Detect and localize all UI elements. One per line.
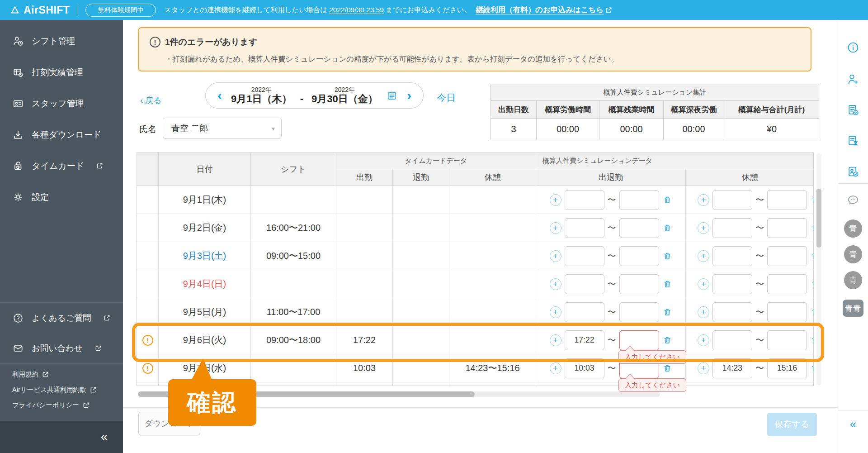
sim-break-start-input[interactable] — [712, 246, 752, 266]
legal-link[interactable]: プライバシーポリシー — [12, 401, 123, 410]
sim-start-input[interactable] — [565, 274, 604, 294]
add-person-icon[interactable] — [846, 72, 860, 86]
brand-divider — [77, 5, 77, 15]
staff-avatar[interactable]: 青 — [844, 245, 862, 263]
add-break-button[interactable]: + — [698, 306, 709, 318]
add-time-button[interactable]: + — [550, 306, 561, 318]
trash-icon[interactable] — [810, 223, 814, 233]
sim-break-end-input[interactable] — [767, 330, 807, 350]
sim-inout-cell: + 〜 — [536, 186, 686, 214]
add-break-button[interactable]: + — [698, 194, 709, 206]
airshift-logo-icon — [10, 5, 20, 15]
chat-icon[interactable] — [846, 193, 860, 207]
today-link[interactable]: 今日 — [437, 91, 456, 104]
sidebar-help-item-mail[interactable]: お問い合わせ — [0, 333, 123, 363]
brand-logo: AirSHIFT — [10, 4, 70, 16]
sim-end-input[interactable] — [619, 330, 659, 350]
trash-icon[interactable] — [810, 279, 814, 289]
sidebar-help-item-question[interactable]: よくあるご質問 — [0, 303, 123, 333]
trash-icon[interactable] — [662, 307, 672, 317]
trash-icon[interactable] — [810, 307, 814, 317]
sim-end-input[interactable] — [619, 246, 659, 266]
date-range-picker[interactable]: ‹ 2022年 9月1日（木） - 2022年 9月30日（金） › — [205, 82, 424, 109]
staff-avatar[interactable]: 青 — [844, 271, 862, 289]
sim-break-start-input[interactable] — [712, 218, 752, 238]
vertical-scrollbar-thumb[interactable] — [816, 189, 821, 248]
sidebar-item-stamp[interactable]: 打刻実績管理 — [0, 57, 123, 88]
trash-icon[interactable] — [810, 251, 814, 261]
staff-select[interactable]: 青空 二郎 ▾ — [163, 118, 282, 139]
download-icon — [12, 129, 24, 141]
rail-collapse-button[interactable]: « — [850, 417, 856, 431]
trash-icon[interactable] — [810, 195, 814, 205]
document-person-icon[interactable] — [846, 165, 860, 178]
vertical-scrollbar[interactable] — [816, 153, 821, 385]
staff-tag-chip[interactable]: 青青 — [843, 300, 863, 317]
calendar-icon[interactable] — [386, 90, 398, 101]
sim-end-input[interactable] — [619, 218, 659, 238]
trash-icon[interactable] — [662, 279, 672, 289]
trash-icon[interactable] — [662, 251, 672, 261]
sim-start-input[interactable] — [565, 302, 604, 322]
add-break-button[interactable]: + — [698, 278, 709, 290]
sim-end-input[interactable] — [619, 302, 659, 322]
add-time-button[interactable]: + — [550, 250, 561, 262]
date-column-header: 日付 — [159, 153, 251, 186]
sim-break-start-input[interactable] — [712, 302, 752, 322]
sim-start-input[interactable] — [565, 190, 604, 210]
timecard-table: 日付 シフト タイムカードデータ 概算人件費シミュレーションデータ 出勤 退勤 … — [137, 153, 814, 386]
staff-avatar[interactable]: 青 — [844, 219, 862, 238]
sim-break-start-input[interactable] — [712, 330, 752, 350]
trash-icon[interactable] — [810, 363, 814, 373]
legal-link[interactable]: 利用規約 — [12, 370, 123, 379]
sim-break-end-input[interactable] — [767, 274, 807, 294]
prev-period-button[interactable]: ‹ — [217, 89, 223, 102]
sim-break-start-input[interactable]: 14:23 — [712, 358, 752, 378]
legal-link[interactable]: Airサービス共通利用約款 — [12, 386, 123, 394]
add-break-button[interactable]: + — [698, 222, 709, 234]
sidebar-item-shift[interactable]: シフト管理 — [0, 25, 123, 57]
sim-break-end-input[interactable] — [767, 302, 807, 322]
document-check-icon[interactable] — [846, 103, 860, 117]
sim-end-input[interactable] — [619, 274, 659, 294]
sim-start-input[interactable]: 10:03 — [565, 358, 604, 378]
rail-divider — [838, 183, 868, 184]
trash-icon[interactable] — [662, 363, 672, 373]
trash-icon[interactable] — [662, 223, 672, 233]
sim-break-end-input[interactable] — [767, 246, 807, 266]
add-break-button[interactable]: + — [698, 334, 709, 346]
sim-break-end-input[interactable] — [767, 218, 807, 238]
add-time-button[interactable]: + — [550, 362, 561, 374]
back-link[interactable]: ‹ 戻る — [140, 95, 161, 106]
subscribe-link[interactable]: 継続利用（有料）のお申込みはこちら — [476, 5, 612, 15]
save-button[interactable]: 保存する — [767, 413, 817, 436]
add-break-button[interactable]: + — [698, 362, 709, 374]
sidebar-collapse-button[interactable]: « — [101, 430, 108, 444]
trash-icon[interactable] — [662, 335, 672, 345]
sim-break-end-input[interactable] — [767, 190, 807, 210]
sim-start-input[interactable] — [565, 246, 604, 266]
sidebar-item-staff[interactable]: スタッフ管理 — [0, 88, 123, 119]
sim-inout-cell: + 17:22 〜 — [536, 326, 686, 354]
trash-icon[interactable] — [810, 335, 814, 345]
add-time-button[interactable]: + — [550, 278, 561, 290]
sim-start-input[interactable] — [565, 218, 604, 238]
sim-break-cell: + 〜 — [686, 298, 814, 326]
sim-end-input[interactable] — [619, 190, 659, 210]
sim-break-end-input[interactable]: 15:16 — [767, 358, 807, 378]
sim-break-start-input[interactable] — [712, 190, 752, 210]
sidebar-item-download[interactable]: 各種ダウンロード — [0, 119, 123, 150]
next-period-button[interactable]: › — [406, 89, 412, 102]
add-break-button[interactable]: + — [698, 250, 709, 262]
add-time-button[interactable]: + — [550, 222, 561, 234]
sidebar-item-timecard[interactable]: タイムカード — [0, 150, 123, 181]
sim-start-input[interactable]: 17:22 — [565, 330, 604, 350]
clock-out-cell — [393, 242, 449, 270]
add-time-button[interactable]: + — [550, 194, 561, 206]
info-icon[interactable] — [846, 41, 860, 54]
sim-break-start-input[interactable] — [712, 274, 752, 294]
sidebar-item-gear[interactable]: 設定 — [0, 181, 123, 213]
trash-icon[interactable] — [662, 195, 672, 205]
add-time-button[interactable]: + — [550, 334, 561, 346]
document-hourglass-icon[interactable] — [846, 134, 860, 148]
